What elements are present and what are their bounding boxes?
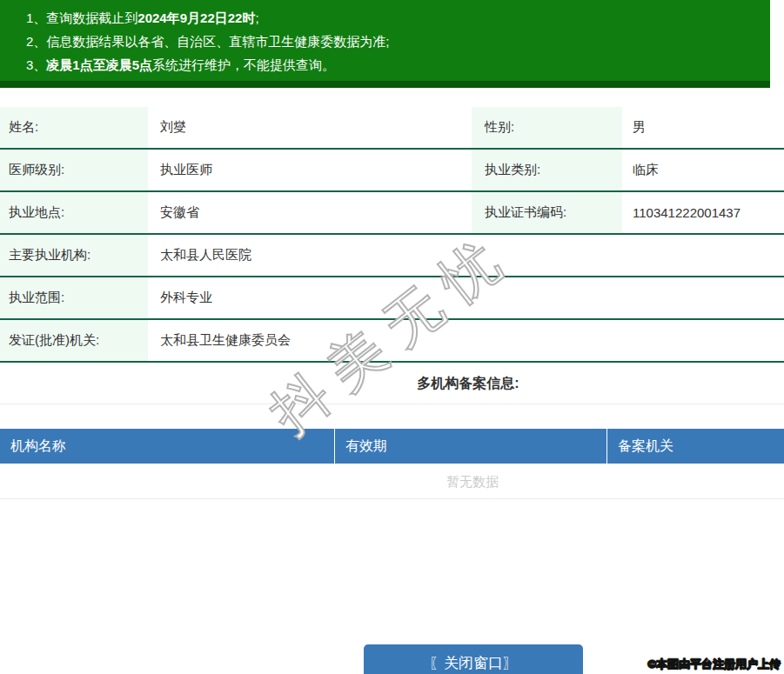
table-row-issuing-authority: 发证(批准)机关: 太和县卫生健康委员会 bbox=[0, 320, 784, 363]
column-header-validity-period: 有效期 bbox=[335, 429, 607, 464]
field-label-main-institution: 主要执业机构: bbox=[0, 235, 148, 276]
field-label-name: 姓名: bbox=[0, 107, 148, 148]
column-header-institution-name: 机构名称 bbox=[0, 429, 335, 464]
field-label-location: 执业地点: bbox=[0, 192, 148, 233]
table-row-name-gender: 姓名: 刘燮 性别: 男 bbox=[0, 107, 784, 150]
field-value-level: 执业医师 bbox=[148, 150, 472, 190]
table-row-location-certificate: 执业地点: 安徽省 执业证书编码: 110341222001437 bbox=[0, 192, 784, 235]
field-value-practice-scope: 外科专业 bbox=[148, 277, 784, 318]
field-value-issuing-authority: 太和县卫生健康委员会 bbox=[148, 320, 784, 361]
notice-line-3: 3、凌晨1点至凌晨5点系统进行维护，不能提供查询。 bbox=[0, 53, 770, 77]
field-label-gender: 性别: bbox=[472, 107, 622, 148]
physician-info-table: 姓名: 刘燮 性别: 男 医师级别: 执业医师 执业类别: 临床 执业地点: 安… bbox=[0, 107, 784, 363]
notice-line-2: 2、信息数据结果以各省、自治区、直辖市卫生健康委数据为准; bbox=[0, 30, 770, 53]
field-value-main-institution: 太和县人民医院 bbox=[148, 235, 784, 276]
table-row-practice-scope: 执业范围: 外科专业 bbox=[0, 277, 784, 320]
field-value-name: 刘燮 bbox=[148, 107, 472, 148]
field-label-level: 医师级别: bbox=[0, 150, 148, 190]
field-label-category: 执业类别: bbox=[472, 150, 622, 190]
table-row-level-category: 医师级别: 执业医师 执业类别: 临床 bbox=[0, 150, 784, 192]
field-value-gender: 男 bbox=[622, 107, 784, 148]
close-window-button[interactable]: 〖关闭窗口〗 bbox=[364, 644, 583, 674]
field-value-category: 临床 bbox=[622, 150, 784, 190]
table-row-main-institution: 主要执业机构: 太和县人民医院 bbox=[0, 235, 784, 277]
empty-data-text: 暂无数据 bbox=[0, 464, 784, 499]
column-header-filing-authority: 备案机关 bbox=[607, 429, 784, 464]
section-heading-multi-institution: 多机构备案信息: bbox=[0, 363, 784, 404]
field-label-certificate-no: 执业证书编码: bbox=[472, 192, 622, 233]
notice-banner: 1、查询数据截止到2024年9月22日22时; 2、信息数据结果以各省、自治区、… bbox=[0, 0, 770, 88]
field-label-practice-scope: 执业范围: bbox=[0, 277, 148, 318]
notice-line-1: 1、查询数据截止到2024年9月22日22时; bbox=[0, 6, 770, 30]
field-value-location: 安徽省 bbox=[148, 192, 472, 233]
field-label-issuing-authority: 发证(批准)机关: bbox=[0, 320, 148, 361]
records-table-header: 机构名称 有效期 备案机关 bbox=[0, 429, 784, 464]
spacer bbox=[0, 404, 784, 429]
copyright-note: ©本图由平台注册用户上传 bbox=[647, 657, 781, 672]
field-value-certificate-no: 110341222001437 bbox=[622, 192, 784, 233]
